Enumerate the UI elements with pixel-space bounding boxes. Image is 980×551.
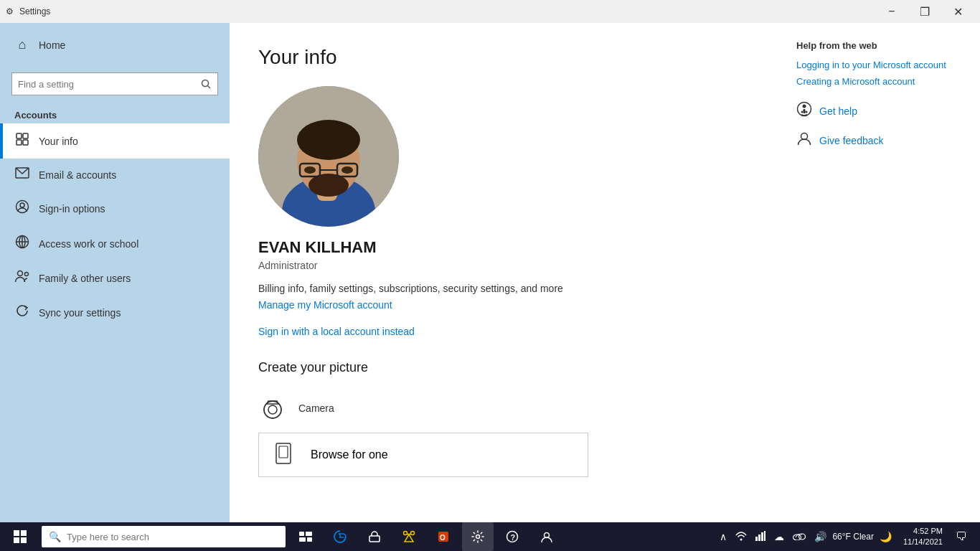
svg-text:?: ?: [511, 533, 516, 542]
network-icon[interactable]: [753, 531, 768, 543]
svg-rect-39: [14, 537, 19, 543]
svg-text:O: O: [440, 534, 446, 542]
get-help-link[interactable]: Get help: [819, 105, 857, 117]
svg-line-1: [208, 86, 211, 89]
sidebar-item-sync[interactable]: Sync your settings: [0, 295, 230, 330]
svg-point-32: [803, 105, 806, 108]
access-work-label: Access work or school: [39, 238, 138, 250]
home-icon: ⌂: [14, 37, 30, 52]
window-controls: − ❐ ✕: [875, 0, 974, 23]
minimize-button[interactable]: −: [875, 0, 908, 23]
sign-in-local-link[interactable]: Sign in with a local account instead: [258, 326, 750, 337]
svg-rect-41: [299, 532, 304, 536]
help-link-2[interactable]: Creating a Microsoft account: [796, 76, 963, 87]
svg-point-13: [18, 271, 23, 276]
search-button[interactable]: [194, 72, 217, 95]
svg-point-0: [202, 80, 209, 87]
profile-picture: [258, 86, 399, 227]
sidebar-item-your-info[interactable]: Your info: [0, 123, 230, 159]
svg-point-34: [801, 111, 804, 113]
svg-rect-3: [23, 133, 28, 138]
chevron-up-icon[interactable]: ∧: [717, 531, 730, 542]
taskbar-search-icon: 🔍: [49, 531, 61, 542]
svg-point-28: [268, 405, 277, 414]
search-box[interactable]: [11, 72, 218, 95]
volume-icon[interactable]: 🔊: [811, 531, 829, 542]
svg-rect-37: [14, 530, 19, 536]
taskbar-search-box[interactable]: 🔍: [42, 526, 286, 547]
onedrive-icon[interactable]: [790, 531, 809, 542]
notification-button[interactable]: 🗨: [951, 530, 971, 543]
svg-point-51: [476, 535, 480, 539]
your-info-label: Your info: [39, 136, 78, 147]
user-name: EVAN KILLHAM: [258, 238, 750, 257]
svg-point-61: [799, 534, 806, 540]
svg-point-46: [404, 532, 407, 535]
start-button[interactable]: [3, 522, 37, 551]
camera-option[interactable]: Camera: [258, 387, 750, 430]
snip-button[interactable]: [393, 522, 425, 551]
wifi-icon[interactable]: [732, 531, 750, 543]
app-title: Settings: [19, 6, 50, 17]
svg-rect-56: [755, 537, 758, 541]
svg-rect-44: [307, 537, 312, 542]
page-title: Your info: [258, 46, 750, 69]
email-accounts-label: Email & accounts: [39, 169, 116, 181]
sign-in-label: Sign-in options: [39, 203, 105, 215]
store-button[interactable]: [359, 522, 390, 551]
user-role: Administrator: [258, 260, 750, 271]
main-content: Your info: [230, 23, 779, 522]
svg-rect-4: [17, 140, 22, 145]
billing-text: Billing info, family settings, subscript…: [258, 283, 750, 294]
svg-point-8: [20, 203, 24, 207]
svg-rect-57: [758, 534, 760, 541]
your-info-icon: [14, 132, 30, 150]
time-display[interactable]: 4:52 PM 11/14/2021: [897, 526, 948, 548]
give-feedback-action[interactable]: Give feedback: [796, 131, 963, 150]
edge-browser-button[interactable]: [324, 522, 356, 551]
profile-picture-container: [258, 86, 750, 227]
browse-label: Browse for one: [311, 448, 388, 461]
taskbar-search-input[interactable]: [67, 532, 278, 542]
maximize-button[interactable]: ❐: [908, 0, 941, 23]
search-input[interactable]: [12, 79, 194, 90]
sync-label: Sync your settings: [39, 307, 121, 319]
get-help-action[interactable]: Get help: [796, 101, 963, 121]
sidebar-item-email-accounts[interactable]: Email & accounts: [0, 159, 230, 191]
get-help-icon: [796, 101, 812, 121]
svg-rect-33: [804, 109, 806, 113]
svg-rect-5: [23, 140, 28, 145]
content-area: Your info: [230, 23, 980, 522]
browse-icon: [270, 441, 299, 469]
moon-icon: 🌙: [877, 531, 895, 542]
access-work-icon: [14, 235, 30, 253]
svg-rect-2: [17, 133, 22, 138]
taskbar-right: ∧ ☁ 🔊 66°F Clear 🌙: [717, 526, 977, 548]
sidebar-item-access-work[interactable]: Access work or school: [0, 226, 230, 261]
svg-point-25: [304, 166, 316, 174]
title-bar: ⚙ Settings − ❐ ✕: [0, 0, 980, 23]
sign-in-icon: [14, 199, 30, 217]
svg-point-14: [25, 273, 29, 276]
task-view-button[interactable]: [290, 522, 321, 551]
settings-taskbar-button[interactable]: [462, 522, 494, 551]
user-taskbar-button[interactable]: [531, 522, 562, 551]
sidebar-item-home[interactable]: ⌂ Home: [0, 23, 230, 67]
camera-icon: [258, 394, 287, 423]
sidebar-item-family[interactable]: Family & other users: [0, 261, 230, 295]
browse-option[interactable]: Browse for one: [258, 433, 588, 477]
office-button[interactable]: O: [428, 522, 459, 551]
help-link-1[interactable]: Logging in to your Microsoft account: [796, 60, 963, 70]
cloud-icon[interactable]: ☁: [771, 531, 787, 542]
app-body: ⌂ Home Accounts Your inf: [0, 23, 980, 522]
close-button[interactable]: ✕: [941, 0, 974, 23]
help-actions: Get help Give feedback: [796, 101, 963, 150]
give-feedback-link[interactable]: Give feedback: [819, 135, 884, 146]
camera-label: Camera: [298, 402, 334, 414]
sidebar-item-sign-in[interactable]: Sign-in options: [0, 191, 230, 226]
settings-icon: ⚙: [6, 6, 14, 17]
svg-point-35: [806, 111, 808, 113]
help-title: Help from the web: [796, 40, 963, 51]
manage-account-link[interactable]: Manage my Microsoft account: [258, 299, 392, 311]
help-taskbar-button[interactable]: ?: [496, 522, 528, 551]
